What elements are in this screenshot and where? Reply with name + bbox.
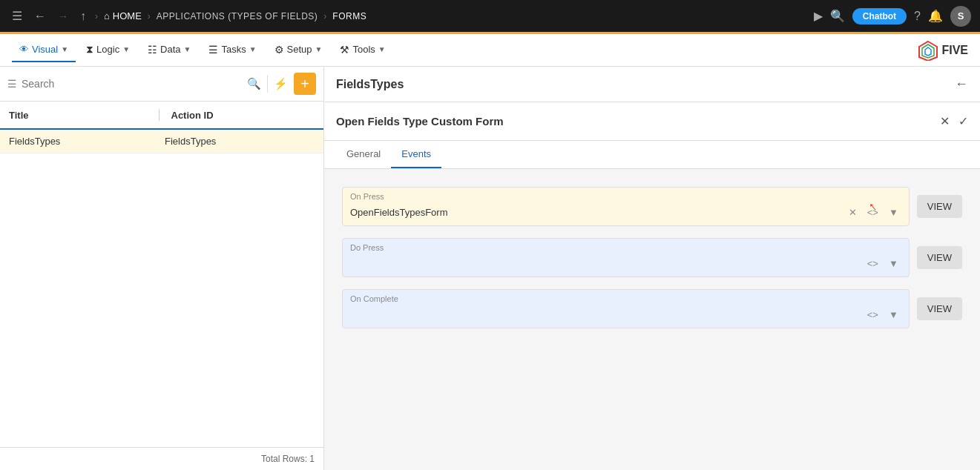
search-btn-icon[interactable]: 🔍	[246, 76, 263, 92]
tab-general[interactable]: General	[336, 141, 391, 168]
add-button[interactable]: +	[294, 73, 316, 95]
sec-nav: 👁 Visual ▼ ⧗ Logic ▼ ☷ Data ▼ ☰ Tasks ▼ …	[0, 34, 980, 67]
col-action-id: Action ID	[165, 110, 315, 121]
nav-visual[interactable]: 👁 Visual ▼	[12, 38, 76, 62]
do-press-label: Do Press	[343, 239, 909, 254]
table-body: FieldsTypes FieldsTypes	[0, 130, 323, 447]
five-text: FIVE	[941, 44, 968, 57]
event-row-do-press: Do Press <> ▼ VIEW	[342, 238, 962, 277]
nav-home[interactable]: ⌂ HOME	[104, 10, 142, 21]
five-logo: FIVE	[918, 40, 968, 61]
event-row-on-press: On Press OpenFieldsTypesForm ✕ <> ▼ ↑ VI…	[342, 187, 962, 226]
back-icon[interactable]: ←	[31, 7, 49, 26]
col-divider	[159, 109, 160, 121]
visual-caret: ▼	[61, 45, 68, 53]
on-complete-expand-icon[interactable]: ▼	[886, 308, 901, 322]
on-complete-field: On Complete <> ▼	[342, 289, 910, 328]
nav-data[interactable]: ☷ Data ▼	[140, 38, 198, 63]
col-title: Title	[9, 110, 153, 121]
sep1: ›	[95, 11, 98, 21]
tab-events[interactable]: Events	[391, 141, 441, 168]
on-complete-label: On Complete	[343, 290, 909, 305]
sep2: ›	[148, 11, 151, 21]
events-content: On Press OpenFieldsTypesForm ✕ <> ▼ ↑ VI…	[324, 169, 980, 470]
panel-header: FieldsTypes ←	[324, 67, 980, 102]
tasks-label: Tasks	[221, 44, 246, 55]
do-press-expand-icon[interactable]: ▼	[886, 256, 901, 271]
on-press-value-row: OpenFieldsTypesForm ✕ <> ▼ ↑	[343, 202, 909, 225]
tab-events-label: Events	[401, 148, 431, 159]
top-nav-right: ▶ 🔍 Chatbot ? 🔔 S	[814, 6, 971, 27]
on-press-label: On Press	[343, 188, 909, 202]
hamburger-icon[interactable]: ☰	[9, 6, 25, 26]
do-press-code-icon[interactable]: <>	[864, 256, 881, 271]
on-press-view-button[interactable]: VIEW	[917, 195, 962, 218]
on-press-value: OpenFieldsTypesForm	[350, 207, 841, 218]
on-complete-code-icon[interactable]: <>	[864, 308, 881, 322]
flash-icon[interactable]: ⚡	[272, 76, 289, 92]
nav-tasks[interactable]: ☰ Tasks ▼	[201, 38, 263, 63]
five-logo-icon	[918, 40, 938, 61]
right-panel: FieldsTypes ← Open Fields Type Custom Fo…	[324, 67, 980, 470]
table-row[interactable]: FieldsTypes FieldsTypes	[0, 130, 323, 153]
grid-icon: ☷	[148, 44, 157, 56]
logic-icon: ⧗	[86, 43, 93, 56]
row-title: FieldsTypes	[9, 136, 159, 147]
nav-logic[interactable]: ⧗ Logic ▼	[79, 37, 137, 63]
form-header: Open Fields Type Custom Form ✕ ✓	[324, 102, 980, 141]
search-icon[interactable]: 🔍	[830, 9, 845, 23]
on-press-clear-icon[interactable]: ✕	[846, 205, 860, 219]
search-input[interactable]	[22, 78, 241, 90]
home-label: HOME	[113, 10, 142, 21]
do-press-value-row: <> ▼	[343, 254, 909, 277]
filter-icon[interactable]: ☰	[7, 78, 17, 90]
help-icon[interactable]: ?	[914, 10, 921, 23]
on-complete-value-row: <> ▼	[343, 305, 909, 328]
logic-caret: ▼	[122, 45, 130, 53]
form-title: Open Fields Type Custom Form	[336, 115, 940, 128]
panel-back-icon[interactable]: ←	[955, 76, 968, 92]
data-caret: ▼	[184, 45, 191, 53]
top-nav: ☰ ← → ↑ › ⌂ HOME › APPLICATIONS (TYPES O…	[0, 0, 980, 34]
tasks-icon: ☰	[208, 44, 218, 56]
home-icon: ⌂	[104, 10, 110, 21]
row-action-id: FieldsTypes	[159, 136, 315, 147]
tab-bar: General Events	[324, 141, 980, 169]
nav-setup[interactable]: ⚙ Setup ▼	[267, 38, 330, 63]
visual-label: Visual	[32, 44, 58, 55]
left-panel: ☰ 🔍 ⚡ + Title Action ID FieldsTypes Fiel…	[0, 67, 324, 470]
on-press-expand-icon[interactable]: ▼	[886, 205, 901, 219]
total-rows: Total Rows: 1	[261, 454, 315, 464]
on-press-code-icon[interactable]: <>	[864, 205, 881, 219]
data-label: Data	[160, 44, 180, 55]
bell-icon[interactable]: 🔔	[928, 9, 943, 23]
do-press-view-button[interactable]: VIEW	[917, 246, 962, 269]
sep3: ›	[323, 11, 326, 21]
setup-label: Setup	[287, 44, 312, 55]
svg-marker-2	[925, 47, 931, 56]
nav-tools[interactable]: ⚒ Tools ▼	[332, 38, 392, 63]
do-press-field: Do Press <> ▼	[342, 238, 910, 277]
logic-label: Logic	[96, 44, 119, 55]
search-input-wrap	[22, 77, 241, 90]
main-layout: ☰ 🔍 ⚡ + Title Action ID FieldsTypes Fiel…	[0, 67, 980, 470]
nav-forms[interactable]: FORMS	[332, 11, 366, 21]
event-row-on-complete: On Complete <> ▼ VIEW	[342, 289, 962, 328]
search-bar: ☰ 🔍 ⚡ +	[0, 67, 323, 102]
panel-title: FieldsTypes	[336, 78, 955, 91]
on-complete-view-button[interactable]: VIEW	[917, 297, 962, 320]
sec-nav-left: 👁 Visual ▼ ⧗ Logic ▼ ☷ Data ▼ ☰ Tasks ▼ …	[12, 37, 393, 63]
tools-caret: ▼	[378, 45, 386, 53]
tools-label: Tools	[352, 44, 375, 55]
tab-general-label: General	[346, 148, 381, 159]
avatar[interactable]: S	[950, 6, 971, 27]
tasks-caret: ▼	[249, 45, 257, 53]
forward-icon-dim: →	[55, 7, 71, 25]
form-close-icon[interactable]: ✕	[940, 114, 950, 128]
form-confirm-icon[interactable]: ✓	[958, 114, 968, 128]
nav-app-types[interactable]: APPLICATIONS (TYPES OF FIELDS)	[157, 11, 318, 21]
chatbot-button[interactable]: Chatbot	[852, 8, 907, 24]
up-icon[interactable]: ↑	[77, 7, 89, 26]
play-icon[interactable]: ▶	[814, 9, 823, 23]
tools-icon: ⚒	[340, 44, 349, 56]
